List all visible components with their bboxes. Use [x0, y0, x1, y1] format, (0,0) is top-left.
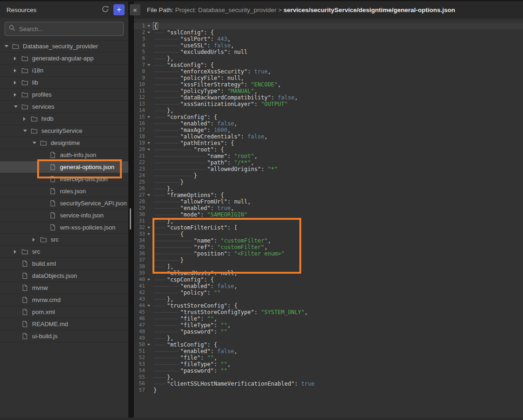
code-line[interactable]: 40 "cspConfig": {: [134, 276, 523, 283]
tree-item-wm-xss-policies.json[interactable]: wm-xss-policies.json: [0, 222, 128, 234]
fold-collapse-icon[interactable]: [147, 233, 150, 235]
tree-item-src[interactable]: src: [0, 246, 128, 258]
fold-slot[interactable]: [145, 192, 152, 198]
fold-slot[interactable]: [145, 23, 152, 29]
fold-collapse-icon[interactable]: [147, 25, 150, 27]
tree-item-Database_security_provider[interactable]: Database_security_provider: [0, 40, 128, 52]
chevron-down-icon[interactable]: [14, 105, 18, 108]
search-box[interactable]: [5, 22, 124, 36]
tree-item-services[interactable]: services: [0, 101, 128, 113]
tree-item-lib[interactable]: lib: [0, 77, 128, 89]
tree-item-dataObjects.json[interactable]: dataObjects.json: [0, 270, 128, 282]
code-line[interactable]: 3 "sslPort": 443,: [134, 36, 523, 42]
tree-item-pom.xml[interactable]: pom.xml: [0, 306, 128, 318]
fold-slot[interactable]: [145, 140, 152, 146]
tree-item-auth-info.json[interactable]: auth-info.json: [0, 149, 128, 161]
fold-slot[interactable]: [145, 341, 152, 348]
chevron-right-icon[interactable]: [14, 250, 16, 254]
code-line[interactable]: 20 "root": {: [134, 146, 523, 153]
code-line[interactable]: 42 "policy": "": [134, 289, 523, 296]
fold-collapse-icon[interactable]: [147, 32, 150, 33]
fold-slot[interactable]: [145, 114, 152, 120]
collapse-sidebar-button[interactable]: «: [130, 4, 140, 15]
fold-slot[interactable]: [145, 62, 152, 68]
fold-collapse-icon[interactable]: [147, 344, 150, 346]
code-line[interactable]: 22 "path": "/**",: [134, 159, 523, 166]
code-line[interactable]: 14 },: [134, 107, 523, 114]
tree-item-mvnw[interactable]: mvnw: [0, 282, 128, 294]
fold-collapse-icon[interactable]: [147, 149, 150, 151]
code-line[interactable]: 30 "mode": "SAMEORIGIN": [134, 211, 523, 218]
fold-collapse-icon[interactable]: [147, 305, 150, 307]
code-line[interactable]: 32 "customFilterList": [: [134, 224, 523, 231]
chevron-down-icon[interactable]: [5, 45, 8, 47]
chevron-right-icon[interactable]: [14, 93, 16, 97]
code-line[interactable]: 29 "enabled": true,: [134, 205, 523, 211]
fold-collapse-icon[interactable]: [147, 194, 150, 196]
tree-item-securityService_API.json[interactable]: securityService_API.json: [0, 197, 128, 210]
code-line[interactable]: 8 "enforceXssSecurity": true,: [134, 68, 523, 75]
tree-item-designtime[interactable]: designtime: [0, 137, 128, 149]
code-line[interactable]: 33 {: [134, 231, 523, 237]
fold-slot[interactable]: [145, 224, 152, 231]
code-line[interactable]: 44 "trustStoreConfig": {: [134, 302, 523, 309]
code-line[interactable]: 53 "fileType": "",: [134, 361, 523, 368]
code-line[interactable]: 5 "excludedUrls": null: [134, 49, 523, 55]
chevron-right-icon[interactable]: [33, 238, 35, 242]
tree-item-ui-build.js[interactable]: ui-build.js: [0, 330, 128, 342]
code-line[interactable]: 39 "allowedHosts": null,: [134, 270, 523, 276]
code-line[interactable]: 41 "enabled": false,: [134, 283, 523, 289]
code-line[interactable]: 23 "allowedOrigins": "*": [134, 166, 523, 172]
fold-collapse-icon[interactable]: [147, 279, 150, 281]
code-line[interactable]: 9 "policyFile": null,: [134, 75, 523, 81]
code-line[interactable]: 46 "file": "",: [134, 315, 523, 322]
chevron-right-icon[interactable]: [23, 117, 26, 121]
code-line[interactable]: 2 "sslConfig": {: [134, 29, 523, 36]
code-line[interactable]: 37 }: [134, 257, 523, 263]
code-line[interactable]: 38 ],: [134, 263, 523, 270]
tree-item-service-info.json[interactable]: service-info.json: [0, 210, 128, 222]
fold-slot[interactable]: [145, 302, 152, 309]
code-line[interactable]: 7 "xssConfig": {: [134, 62, 523, 68]
code-line[interactable]: 49 },: [134, 335, 523, 341]
code-line[interactable]: 1{: [134, 23, 523, 29]
code-line[interactable]: 52 "file": "",: [134, 354, 523, 361]
code-line[interactable]: 43 },: [134, 296, 523, 302]
code-line[interactable]: 12 "dataBackwardCompatibility": false,: [134, 94, 523, 101]
tree-item-i18n[interactable]: i18n: [0, 65, 128, 77]
fold-slot[interactable]: [145, 29, 152, 36]
code-line[interactable]: 15 "corsConfig": {: [134, 114, 523, 120]
fold-slot[interactable]: [145, 276, 152, 283]
code-line[interactable]: 54 "password": "": [134, 368, 523, 374]
tree-item-mvnw.cmd[interactable]: mvnw.cmd: [0, 294, 128, 306]
code-line[interactable]: 10 "xssFilterStrategy": "ENCODE",: [134, 81, 523, 88]
tree-item-build.xml[interactable]: build.xml: [0, 258, 128, 270]
chevron-down-icon[interactable]: [23, 130, 27, 132]
code-line[interactable]: 6 },: [134, 55, 523, 62]
tree-item-profiles[interactable]: profiles: [0, 89, 128, 101]
code-line[interactable]: 50 "mtlsConfig": {: [134, 341, 523, 348]
code-line[interactable]: 17 "maxAge": 1600,: [134, 127, 523, 133]
tree-item-securityService[interactable]: securityService: [0, 125, 128, 137]
sidebar-scrollbar-thumb[interactable]: [130, 208, 131, 230]
fold-slot[interactable]: [145, 231, 152, 237]
code-line[interactable]: 34 "name": "customFilter",: [134, 237, 523, 244]
code-line[interactable]: 45 "trustStoreConfigType": "SYSTEM_ONLY"…: [134, 309, 523, 315]
code-line[interactable]: 4 "useSSL": false,: [134, 42, 523, 49]
code-line[interactable]: 11 "policyType": "MANUAL",: [134, 88, 523, 94]
code-line[interactable]: 13 "xssSanitizationLayer": "OUTPUT": [134, 101, 523, 107]
code-line[interactable]: 25 }: [134, 179, 523, 185]
tree-item-general-options.json[interactable]: general-options.json: [0, 161, 128, 173]
code-line[interactable]: 51 "enabled": false,: [134, 348, 523, 354]
chevron-down-icon[interactable]: [33, 142, 36, 144]
code-line[interactable]: 21 "name": "root",: [134, 153, 523, 159]
code-line[interactable]: 36 "position": "<Filter enum>": [134, 250, 523, 257]
code-line[interactable]: 27 "frameOptions": {: [134, 192, 523, 198]
code-line[interactable]: 18 "allowCredentials": false,: [134, 133, 523, 140]
chevron-right-icon[interactable]: [14, 81, 16, 85]
fold-collapse-icon[interactable]: [147, 116, 150, 118]
code-line[interactable]: 35 "ref": "customFilter",: [134, 244, 523, 250]
search-input[interactable]: [18, 25, 119, 33]
code-line[interactable]: 19 "pathEntries": {: [134, 140, 523, 146]
add-resource-button[interactable]: +: [113, 4, 125, 15]
